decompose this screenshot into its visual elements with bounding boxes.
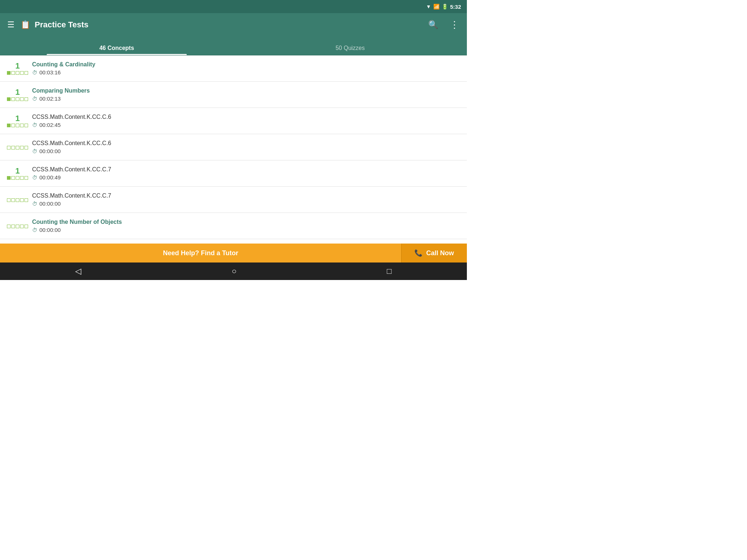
item-time: 00:00:00	[39, 148, 61, 154]
item-left	[6, 223, 29, 228]
item-content: CCSS.Math.Content.K.CC.C.6⏱00:02:45	[29, 114, 461, 128]
clock-icon: ⏱	[32, 70, 37, 75]
item-time-row: ⏱00:00:00	[32, 201, 461, 207]
item-time-row: ⏱00:00:49	[32, 174, 461, 180]
star-empty	[24, 124, 28, 127]
star-empty	[24, 71, 28, 75]
item-time: 00:00:00	[39, 201, 61, 207]
star-empty	[7, 225, 11, 228]
recents-button[interactable]: □	[378, 265, 400, 277]
doc-icon: 📋	[20, 20, 30, 30]
star-row	[7, 146, 28, 149]
item-number: 1	[15, 62, 20, 70]
item-time-row: ⏱00:00:00	[32, 227, 461, 233]
call-now-label: Call Now	[426, 249, 454, 257]
star-empty	[24, 146, 28, 149]
star-row	[7, 124, 28, 127]
clock-icon: ⏱	[32, 227, 37, 233]
item-left	[6, 145, 29, 149]
item-time-row: ⏱00:02:45	[32, 122, 461, 128]
star-empty	[16, 71, 19, 75]
star-empty	[16, 124, 19, 127]
star-empty	[24, 97, 28, 101]
list-item[interactable]: 1Comparing Numbers⏱00:02:13	[0, 82, 467, 108]
star-empty	[11, 97, 15, 101]
list-item[interactable]: 1Counting & Cardinality⏱00:03:16	[0, 55, 467, 82]
star-empty	[16, 97, 19, 101]
menu-button[interactable]: ☰	[6, 19, 16, 31]
item-time-row: ⏱00:00:00	[32, 148, 461, 154]
item-content: Counting the Number of Objects⏱00:00:00	[29, 219, 461, 233]
search-icon: 🔍	[428, 20, 438, 29]
search-button[interactable]: 🔍	[427, 19, 440, 31]
recents-icon: □	[387, 267, 392, 276]
item-title: CCSS.Math.Content.K.CC.C.7	[32, 166, 461, 173]
list-item[interactable]: 1CCSS.Math.Content.K.CC.C.7⏱00:00:49	[0, 160, 467, 187]
item-number: 1	[15, 88, 20, 96]
item-content: Counting & Cardinality⏱00:03:16	[29, 61, 461, 75]
star-empty	[11, 225, 15, 228]
list-item[interactable]: CCSS.Math.Content.K.CC.C.6⏱00:00:00	[0, 134, 467, 160]
star-row	[7, 176, 28, 180]
item-left: 1	[6, 167, 29, 180]
status-bar: ▼ 📶 🔋 5:32	[0, 0, 467, 13]
item-left	[6, 197, 29, 202]
star-empty	[11, 176, 15, 180]
item-title: Counting & Cardinality	[32, 61, 461, 68]
tab-concepts[interactable]: 46 Concepts	[0, 40, 233, 55]
call-now-button[interactable]: 📞 Call Now	[401, 244, 467, 262]
item-title: Counting the Number of Objects	[32, 219, 461, 225]
list-item[interactable]: Counting the Number of Objects⏱00:00:00	[0, 213, 467, 239]
list-item[interactable]: CCSS.Math.Content.K.CC.C.7⏱00:00:00	[0, 187, 467, 213]
item-content: CCSS.Math.Content.K.CC.C.7⏱00:00:00	[29, 192, 461, 207]
star-empty	[20, 146, 24, 149]
concepts-list: 1Counting & Cardinality⏱00:03:161Compari…	[0, 55, 467, 244]
item-number: 1	[15, 114, 20, 122]
star-empty	[16, 176, 19, 180]
status-icons: ▼ 📶 🔋 5:32	[426, 4, 461, 10]
tab-quizzes[interactable]: 50 Quizzes	[233, 40, 467, 55]
star-empty	[11, 71, 15, 75]
item-number: 1	[15, 167, 20, 175]
battery-icon: 🔋	[442, 4, 448, 9]
item-title: Comparing Numbers	[32, 88, 461, 94]
clock-icon: ⏱	[32, 148, 37, 154]
item-time: 00:02:13	[39, 96, 61, 102]
star-empty	[20, 176, 24, 180]
back-icon: ◁	[75, 267, 81, 276]
star-empty	[16, 198, 19, 202]
list-item[interactable]: 1CCSS.Math.Content.K.CC.C.6⏱00:02:45	[0, 108, 467, 134]
star-empty	[11, 124, 15, 127]
item-time-row: ⏱00:03:16	[32, 69, 461, 75]
star-empty	[11, 146, 15, 149]
home-button[interactable]: ○	[223, 265, 245, 277]
item-time: 00:03:16	[39, 69, 61, 75]
home-icon: ○	[232, 267, 236, 276]
back-button[interactable]: ◁	[66, 265, 90, 277]
star-filled	[7, 97, 11, 101]
item-content: Comparing Numbers⏱00:02:13	[29, 88, 461, 102]
signal-icon: 📶	[433, 4, 440, 9]
bottom-banner: Need Help? Find a Tutor 📞 Call Now	[0, 244, 467, 262]
wifi-icon: ▼	[426, 4, 431, 9]
clock-icon: ⏱	[32, 175, 37, 180]
page-title: Practice Tests	[35, 20, 422, 30]
top-action-icons: 🔍 ⋮	[427, 18, 461, 32]
star-empty	[20, 198, 24, 202]
star-row	[7, 97, 28, 101]
star-empty	[20, 225, 24, 228]
star-filled	[7, 124, 11, 127]
more-button[interactable]: ⋮	[448, 18, 461, 32]
item-time-row: ⏱00:02:13	[32, 96, 461, 102]
list-item[interactable]: CCSS.Math.Content.K.CC.B.4⏱00:00:00	[0, 239, 467, 244]
item-left: 1	[6, 88, 29, 101]
item-left: 1	[6, 62, 29, 75]
star-row	[7, 198, 28, 202]
banner-text: Need Help? Find a Tutor	[0, 249, 401, 257]
item-title: CCSS.Math.Content.K.CC.C.7	[32, 192, 461, 199]
more-icon: ⋮	[450, 19, 460, 30]
top-bar: ☰ 📋 Practice Tests 🔍 ⋮	[0, 13, 467, 36]
star-empty	[24, 198, 28, 202]
item-title: CCSS.Math.Content.K.CC.C.6	[32, 140, 461, 147]
star-empty	[20, 124, 24, 127]
